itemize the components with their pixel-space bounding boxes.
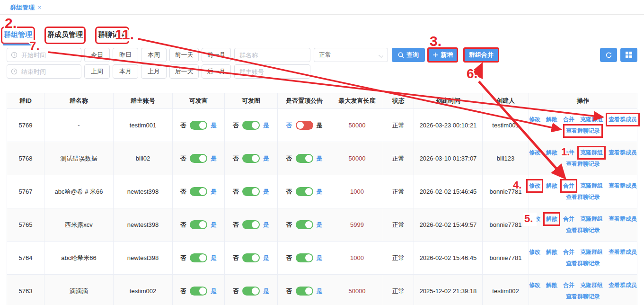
- action-line-2: 查看群聊记录: [566, 260, 600, 268]
- toggle-knob: [305, 188, 312, 195]
- action-dissolve[interactable]: 解散: [546, 248, 557, 256]
- quick-this-month-button[interactable]: 本月: [113, 64, 138, 79]
- can-speak-toggle[interactable]: [190, 187, 207, 196]
- action-clone-group[interactable]: 克隆群组: [580, 281, 603, 289]
- cell-status: 正常: [383, 175, 414, 208]
- action-view-members[interactable]: 查看群成员: [609, 116, 637, 124]
- quick-prev-month-button[interactable]: 前一月: [202, 48, 231, 62]
- group-name-input[interactable]: [234, 48, 310, 62]
- action-modify[interactable]: 修改: [529, 281, 540, 289]
- action-view-chat-records[interactable]: 查看群聊记录: [566, 260, 600, 268]
- pin-notice-toggle[interactable]: [296, 187, 313, 196]
- page-tag-group-management[interactable]: 群组管理 ×: [10, 3, 41, 12]
- action-view-members[interactable]: 查看群成员: [609, 182, 637, 190]
- action-clone-group[interactable]: 克隆群组: [580, 248, 603, 256]
- pin-notice-toggle[interactable]: [296, 220, 313, 229]
- quick-yesterday-button[interactable]: 昨日: [113, 48, 138, 62]
- close-tag-icon[interactable]: ×: [38, 4, 41, 11]
- grid-view-button[interactable]: [620, 48, 637, 62]
- can-speak-toggle[interactable]: [190, 220, 207, 229]
- end-time-input[interactable]: [7, 64, 81, 79]
- can-image-toggle[interactable]: [242, 154, 260, 163]
- cell-group-id: 5769: [7, 109, 44, 142]
- action-clone-group[interactable]: 克隆群组: [580, 182, 603, 190]
- quick-next-month-button[interactable]: 后一月: [202, 64, 231, 79]
- toggle-no-label: 否: [286, 287, 292, 296]
- refresh-button[interactable]: [600, 48, 617, 62]
- toggle-no-label: 否: [286, 221, 292, 229]
- action-view-members[interactable]: 查看群成员: [609, 281, 637, 289]
- quick-today-button[interactable]: 今日: [84, 48, 110, 62]
- quick-next-day-button[interactable]: 后一天: [169, 64, 199, 79]
- action-clone-group[interactable]: 克隆群组: [580, 116, 603, 124]
- pin-notice-toggle[interactable]: [296, 287, 313, 296]
- quick-last-month-button[interactable]: 上月: [141, 64, 167, 79]
- action-view-members[interactable]: 查看群成员: [609, 215, 637, 223]
- can-speak-toggle[interactable]: [190, 253, 207, 262]
- toggle-no-label: 否: [180, 254, 186, 262]
- action-merge[interactable]: 合并: [563, 215, 574, 223]
- action-modify[interactable]: 修改4.: [529, 182, 540, 190]
- can-image-toggle[interactable]: [242, 220, 260, 229]
- action-dissolve[interactable]: 解散: [546, 149, 557, 157]
- action-line-1: 修改 解散 合并 克隆群组 查看群成员: [529, 116, 637, 124]
- action-dissolve[interactable]: 解散: [546, 281, 557, 289]
- action-modify[interactable]: 修改: [529, 116, 540, 124]
- action-dissolve[interactable]: 解散5.: [546, 215, 557, 223]
- action-dissolve[interactable]: 解散: [546, 182, 557, 190]
- can-image-toggle[interactable]: [242, 287, 260, 296]
- chevron-down-icon: [379, 53, 383, 58]
- can-image-toggle[interactable]: [242, 253, 260, 262]
- start-time-input[interactable]: [7, 48, 81, 62]
- action-view-chat-records[interactable]: 查看群聊记录: [566, 193, 600, 201]
- action-modify[interactable]: 修改: [529, 248, 540, 256]
- pin-notice-toggle[interactable]: [296, 154, 313, 163]
- status-select[interactable]: 正常: [314, 48, 388, 62]
- action-dissolve[interactable]: 解散: [546, 116, 557, 124]
- can-speak-toggle[interactable]: [190, 121, 207, 130]
- pin-notice-toggle[interactable]: [296, 253, 313, 262]
- action-modify[interactable]: 修改: [529, 149, 540, 157]
- toggle-knob: [199, 221, 206, 228]
- group-merge-button[interactable]: 群组合并: [464, 48, 499, 62]
- status-select-value: 正常: [319, 51, 331, 59]
- cell-group-id: 5763: [7, 275, 44, 305]
- action-clone-group[interactable]: 克隆群组1.: [580, 149, 603, 157]
- tab-group-members[interactable]: 群成员管理: [47, 29, 83, 41]
- action-view-chat-records[interactable]: 查看群聊记录: [566, 127, 600, 135]
- clock-icon: [11, 68, 18, 75]
- quick-last-week-button[interactable]: 上周: [84, 64, 110, 79]
- can-speak-toggle[interactable]: [190, 154, 207, 163]
- pin-notice-toggle[interactable]: [296, 121, 313, 130]
- action-clone-group[interactable]: 克隆群组: [580, 215, 603, 223]
- annotation-3: 3.: [430, 33, 441, 49]
- toggle-knob: [199, 287, 206, 295]
- action-view-members[interactable]: 查看群成员: [609, 149, 637, 157]
- search-button[interactable]: 查询: [392, 48, 425, 62]
- cell-status: 正常: [383, 208, 414, 242]
- group-owner-input[interactable]: [234, 64, 310, 79]
- can-image-toggle[interactable]: [242, 187, 260, 196]
- toggle-knob: [252, 122, 259, 129]
- group-management-page: 群组管理 × 群组管理 群成员管理 群聊记录 今日 昨日 本周 前一天 前一月 …: [0, 0, 644, 305]
- can-image-toggle[interactable]: [242, 121, 260, 130]
- quick-prev-day-button[interactable]: 前一天: [169, 48, 199, 62]
- action-merge[interactable]: 合并: [563, 248, 574, 256]
- toggle-no-label: 否: [180, 121, 186, 130]
- add-button[interactable]: 新增: [428, 48, 458, 62]
- tag-bar: 群组管理 ×: [0, 0, 644, 15]
- action-merge[interactable]: 合并: [563, 182, 574, 190]
- action-view-members[interactable]: 查看群成员: [609, 248, 637, 256]
- table-row: 5764 abc哈希米66 newtest398 否 是 否 是 否 是 100…: [7, 242, 637, 275]
- col-created-time: 创建时间: [414, 93, 483, 109]
- action-view-chat-records[interactable]: 查看群聊记录: [566, 293, 600, 301]
- action-merge[interactable]: 合并: [563, 116, 574, 124]
- action-view-chat-records[interactable]: 查看群聊记录: [566, 226, 600, 234]
- action-merge[interactable]: 合并: [563, 281, 574, 289]
- cell-created-time: 2025-12-02 21:39:18: [414, 275, 483, 305]
- toggle-yes-label: 是: [263, 221, 269, 229]
- can-speak-toggle[interactable]: [190, 287, 207, 296]
- start-time-wrap: [7, 48, 81, 62]
- action-view-chat-records[interactable]: 查看群聊记录: [566, 160, 600, 168]
- quick-this-week-button[interactable]: 本周: [141, 48, 167, 62]
